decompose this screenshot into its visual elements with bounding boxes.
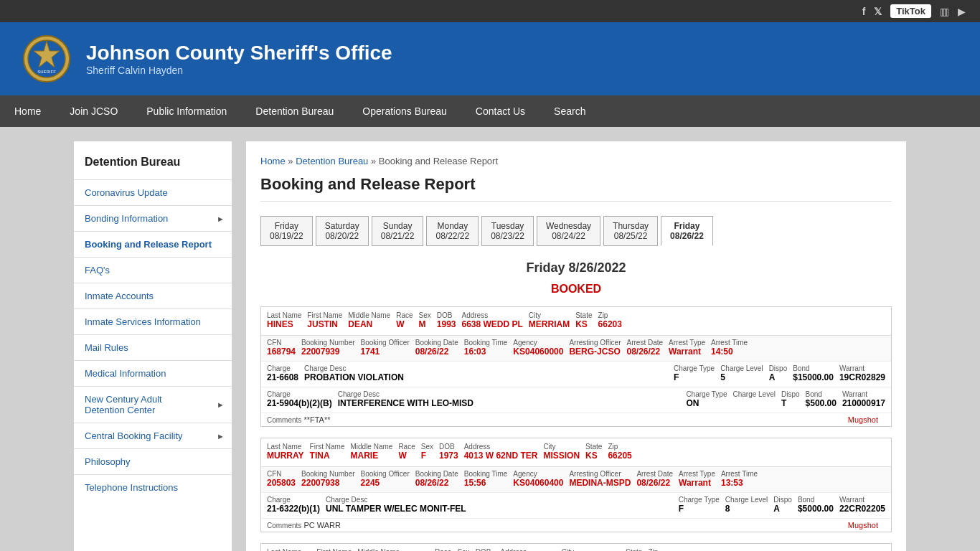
sidebar-link-mail-rules[interactable]: Mail Rules xyxy=(74,335,232,360)
date-tab-4[interactable]: Tuesday08/23/22 xyxy=(481,216,534,246)
date-tab-3[interactable]: Monday08/22/22 xyxy=(426,216,479,246)
sidebar-link-coronavirus[interactable]: Coronavirus Update xyxy=(74,180,232,205)
site-subtitle: Sheriff Calvin Hayden xyxy=(86,65,392,76)
field-city-chapman: City KANSAS CITY xyxy=(562,548,620,551)
field-zip-murray: Zip 66205 xyxy=(608,443,631,461)
date-tab-1[interactable]: Saturday08/20/22 xyxy=(316,216,369,246)
sidebar-link-central-booking[interactable]: Central Booking Facility xyxy=(74,423,209,448)
field-race-murray: Race W xyxy=(398,443,415,461)
sidebar-item-philosophy[interactable]: Philosophy xyxy=(74,448,232,474)
field-charge-level-2: Charge Level xyxy=(732,390,775,408)
sidebar-link-inmate-services[interactable]: Inmate Services Information xyxy=(74,309,232,334)
sidebar-item-central-booking[interactable]: Central Booking Facility ► xyxy=(74,423,232,448)
sidebar-item-inmate-accounts[interactable]: Inmate Accounts xyxy=(74,283,232,309)
sidebar-item-mail-rules[interactable]: Mail Rules xyxy=(74,334,232,360)
field-arrest-date: Arrest Date 08/26/22 xyxy=(626,339,663,357)
inmate-record-hines: Last Name HINES First Name JUSTIN Middle… xyxy=(260,306,892,427)
sidebar-item-medical[interactable]: Medical Information xyxy=(74,360,232,386)
mugshot-link-hines[interactable]: Mugshot xyxy=(848,415,878,424)
field-charge-desc-2: Charge Desc INTERFERENCE WITH LEO-MISD xyxy=(338,390,681,408)
field-sex-chapman: Sex M xyxy=(457,548,469,551)
field-sex-murray: Sex F xyxy=(421,443,433,461)
field-arrest-date-murray: Arrest Date 08/26/22 xyxy=(636,470,673,488)
field-arrest-type-murray: Arrest Type Warrant xyxy=(679,470,715,488)
nav-search[interactable]: Search xyxy=(540,95,600,127)
field-city: City MERRIAM xyxy=(529,311,570,329)
field-cfn: CFN 168794 xyxy=(267,339,296,357)
field-cfn-murray: CFN 205803 xyxy=(267,470,296,488)
nav-home[interactable]: Home xyxy=(0,95,55,127)
youtube-link[interactable]: ▶ xyxy=(958,6,966,17)
facebook-link[interactable]: f xyxy=(862,6,866,17)
sidebar-link-booking-report[interactable]: Booking and Release Report xyxy=(74,232,232,257)
sidebar-item-inmate-services[interactable]: Inmate Services Information xyxy=(74,309,232,334)
booking-section-murray: CFN 205803 Booking Number 22007938 Booki… xyxy=(261,466,891,492)
sidebar-link-faqs[interactable]: FAQ's xyxy=(74,258,232,283)
nav-public-information[interactable]: Public Information xyxy=(132,95,241,127)
sidebar-item-telephone[interactable]: Telephone Instructions xyxy=(74,474,232,500)
field-agency-murray: Agency KS04060400 xyxy=(513,470,563,488)
field-arrest-time: Arrest Time 14:50 xyxy=(711,339,748,357)
chevron-right-icon: ► xyxy=(209,207,232,230)
sidebar-link-inmate-accounts[interactable]: Inmate Accounts xyxy=(74,283,232,309)
field-booking-date: Booking Date 08/26/22 xyxy=(415,339,458,357)
top-bar: f 𝕏 TikTok ▥ ▶ xyxy=(0,0,980,22)
breadcrumb-detention[interactable]: Detention Bureau xyxy=(296,156,368,166)
sidebar-item-bonding[interactable]: Bonding Information ► xyxy=(74,205,232,231)
field-booking-time: Booking Time 16:03 xyxy=(464,339,508,357)
charge-section-hines-2: Charge 21-5904(b)(2)(B) Charge Desc INTE… xyxy=(261,387,891,413)
sidebar-item-faqs[interactable]: FAQ's xyxy=(74,257,232,283)
booking-section-hines: CFN 168794 Booking Number 22007939 Booki… xyxy=(261,335,891,361)
date-tab-7[interactable]: Friday08/26/22 xyxy=(661,216,713,246)
comments-hines: Comments **FTA** Mugshot xyxy=(261,413,891,426)
breadcrumb: Home » Detention Bureau » Booking and Re… xyxy=(260,156,892,166)
sidebar-title: Detention Bureau xyxy=(74,149,232,179)
sidebar-link-telephone[interactable]: Telephone Instructions xyxy=(74,475,232,500)
comments-text-murray: PC WARR xyxy=(303,521,341,529)
sidebar-link-bonding[interactable]: Bonding Information xyxy=(74,206,209,231)
field-booking-officer-murray: Booking Officer 2245 xyxy=(361,470,410,488)
nav-detention-bureau[interactable]: Detention Bureau xyxy=(241,95,348,127)
field-warrant: Warrant 19CR02829 xyxy=(839,364,885,382)
field-lastname: Last Name HINES xyxy=(267,311,301,329)
date-tab-5[interactable]: Wednesday08/24/22 xyxy=(537,216,600,246)
field-middlename: Middle Name DEAN xyxy=(348,311,390,329)
header-text: Johnson County Sheriff's Office Sheriff … xyxy=(86,42,392,76)
sidebar-item-coronavirus[interactable]: Coronavirus Update xyxy=(74,179,232,205)
header: SHERIFF Johnson County Sheriff's Office … xyxy=(0,22,980,95)
nav-operations-bureau[interactable]: Operations Bureau xyxy=(348,95,461,127)
nav-join-jcso[interactable]: Join JCSO xyxy=(55,95,132,127)
mugshot-link-murray[interactable]: Mugshot xyxy=(848,521,878,529)
date-tab-6[interactable]: Thursday08/25/22 xyxy=(603,216,658,246)
inmate-top-murray: Last Name MURRAY First Name TINA Middle … xyxy=(261,438,891,466)
sidebar-item-ncadc[interactable]: New Century Adult Detention Center ► xyxy=(74,386,232,423)
field-bond: Bond $15000.00 xyxy=(793,364,834,382)
tiktok-link[interactable]: TikTok xyxy=(890,4,931,18)
field-firstname: First Name JUSTIN xyxy=(307,311,342,329)
sheriff-badge-icon: SHERIFF xyxy=(22,34,72,84)
field-zip: Zip 66203 xyxy=(598,311,622,329)
twitter-link[interactable]: 𝕏 xyxy=(874,6,882,17)
sidebar-link-ncadc[interactable]: New Century Adult Detention Center xyxy=(74,387,209,423)
nav-contact-us[interactable]: Contact Us xyxy=(461,95,540,127)
sidebar-link-philosophy[interactable]: Philosophy xyxy=(74,449,232,474)
comments-murray: Comments PC WARR Mugshot xyxy=(261,518,891,532)
field-bond-2: Bond $500.00 xyxy=(806,390,837,408)
field-booking-number: Booking Number 22007939 xyxy=(301,339,354,357)
field-dob-chapman: DOB 1977 xyxy=(476,548,495,551)
field-race: Race W xyxy=(396,311,413,329)
report-date: Friday 8/26/2022 xyxy=(260,260,892,276)
field-booking-date-murray: Booking Date 08/26/22 xyxy=(415,470,458,488)
sidebar-link-medical[interactable]: Medical Information xyxy=(74,361,232,386)
instagram-link[interactable]: ▥ xyxy=(940,6,949,17)
breadcrumb-home[interactable]: Home xyxy=(260,156,286,166)
field-warrant-murray: Warrant 22CR02205 xyxy=(839,496,885,514)
sidebar-item-booking-report[interactable]: Booking and Release Report xyxy=(74,231,232,257)
field-dispo-2: Dispo T xyxy=(781,390,800,408)
field-sex: Sex M xyxy=(419,311,431,329)
field-race-chapman: Race W xyxy=(435,548,451,551)
date-tab-2[interactable]: Sunday08/21/22 xyxy=(372,216,424,246)
date-tab-0[interactable]: Friday08/19/22 xyxy=(260,216,313,246)
field-booking-officer: Booking Officer 1741 xyxy=(361,339,410,357)
main-nav: Home Join JCSO Public Information Detent… xyxy=(0,95,980,127)
